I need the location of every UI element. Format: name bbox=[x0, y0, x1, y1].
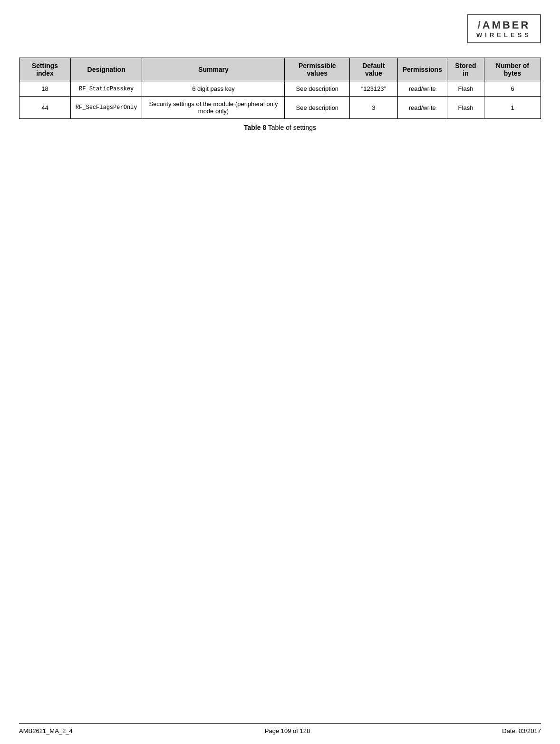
cell-designation-0: RF_StaticPasskey bbox=[70, 81, 142, 97]
cell-index-1: 44 bbox=[19, 97, 71, 119]
cell-default-0: “123123” bbox=[350, 81, 397, 97]
cell-permissions-0: read/write bbox=[397, 81, 447, 97]
footer-doc-id: AMB2621_MA_2_4 bbox=[19, 727, 73, 734]
cell-permissible-0: See description bbox=[285, 81, 350, 97]
col-header-permissions: Permissions bbox=[397, 58, 447, 81]
table-caption: Table 8 Table of settings bbox=[19, 124, 541, 131]
col-header-summary: Summary bbox=[142, 58, 285, 81]
cell-summary-0: 6 digit pass key bbox=[142, 81, 285, 97]
page-container: / AMBER WIRELESS Settings index Designat… bbox=[0, 0, 560, 744]
cell-bytes-1: 1 bbox=[484, 97, 541, 119]
table-caption-bold: Table 8 bbox=[244, 124, 266, 131]
cell-index-0: 18 bbox=[19, 81, 71, 97]
cell-permissible-1: See description bbox=[285, 97, 350, 119]
table-row: 44 RF_SecFlagsPerOnly Security settings … bbox=[19, 97, 541, 119]
footer-date: Date: 03/2017 bbox=[502, 727, 541, 734]
col-header-default: Default value bbox=[350, 58, 397, 81]
table-caption-text: Table of settings bbox=[266, 124, 316, 131]
table-row: 18 RF_StaticPasskey 6 digit pass key See… bbox=[19, 81, 541, 97]
cell-designation-1: RF_SecFlagsPerOnly bbox=[70, 97, 142, 119]
page-footer: AMB2621_MA_2_4 Page 109 of 128 Date: 03/… bbox=[19, 723, 541, 734]
cell-default-1: 3 bbox=[350, 97, 397, 119]
logo-area: / AMBER WIRELESS bbox=[19, 10, 541, 53]
col-header-designation: Designation bbox=[70, 58, 142, 81]
cell-stored-1: Flash bbox=[447, 97, 484, 119]
logo-name: AMBER bbox=[483, 19, 531, 31]
table-header-row: Settings index Designation Summary Permi… bbox=[19, 58, 541, 81]
settings-table: Settings index Designation Summary Permi… bbox=[19, 58, 541, 119]
footer-page-info: Page 109 of 128 bbox=[265, 727, 310, 734]
logo-box: / AMBER WIRELESS bbox=[467, 14, 541, 43]
col-header-settings-index: Settings index bbox=[19, 58, 71, 81]
cell-stored-0: Flash bbox=[447, 81, 484, 97]
cell-permissions-1: read/write bbox=[397, 97, 447, 119]
col-header-permissible: Permissible values bbox=[285, 58, 350, 81]
logo-tagline: WIRELESS bbox=[476, 31, 531, 39]
logo-slash: / bbox=[478, 19, 481, 31]
cell-summary-1: Security settings of the module (periphe… bbox=[142, 97, 285, 119]
cell-bytes-0: 6 bbox=[484, 81, 541, 97]
col-header-stored: Stored in bbox=[447, 58, 484, 81]
col-header-bytes: Number of bytes bbox=[484, 58, 541, 81]
